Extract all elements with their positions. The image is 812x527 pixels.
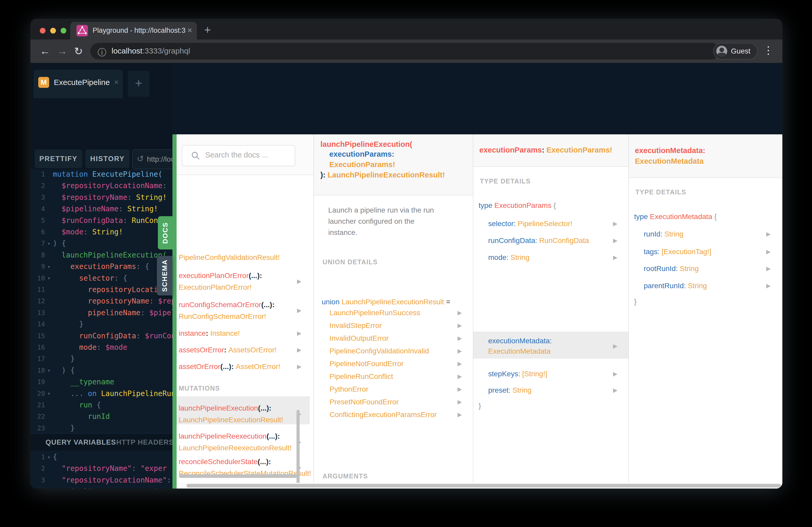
chevron-right-icon[interactable]: ▶ — [613, 385, 618, 396]
chevron-right-icon[interactable]: ▶ — [458, 307, 462, 319]
type-field-item[interactable]: executionMetadata: — [488, 335, 552, 347]
union-member-item[interactable]: InvalidOutputError — [330, 333, 389, 344]
endpoint-input[interactable]: ↺http://loc — [132, 149, 172, 169]
code-line[interactable]: 2 "repositoryName": "exper — [30, 463, 172, 474]
docs-mutation-item-type[interactable]: LaunchPipelineExecutionResult! — [179, 414, 283, 426]
back-icon[interactable]: ← — [40, 45, 50, 57]
code-line[interactable]: 1mutation ExecutePipeline( — [30, 169, 172, 180]
type-field-item[interactable]: preset: String — [488, 385, 532, 396]
chevron-right-icon[interactable]: ▶ — [297, 305, 302, 316]
code-line[interactable]: 16 mode: $mode — [30, 342, 172, 353]
docs-horizontal-scrollbar-thumb[interactable] — [187, 484, 781, 487]
code-line[interactable]: 2 $repositoryLocationName: — [30, 180, 172, 192]
union-member-item[interactable]: InvalidStepError — [330, 320, 382, 331]
code-line[interactable]: 10▾ selector: { — [30, 272, 172, 284]
chevron-right-icon[interactable]: ▶ — [613, 252, 618, 263]
type-field-item[interactable]: tags: [ExecutionTag!] — [644, 246, 711, 257]
code-line[interactable]: 3 "repositoryLocationName": — [30, 474, 172, 486]
union-member-item[interactable]: PipelineConfigValidationInvalid — [330, 345, 429, 357]
code-line[interactable]: 13 pipelineName: $pipelineName — [30, 307, 172, 319]
prettify-button[interactable]: PRETTIFY — [34, 149, 82, 168]
code-line[interactable]: 4 "pipelineName": "metrics — [30, 486, 172, 488]
type-field-item[interactable]: runConfigData: RunConfigData — [488, 235, 589, 246]
union-member-item[interactable]: PresetNotFoundError — [330, 396, 399, 408]
profile-badge[interactable]: Guest — [713, 43, 758, 60]
code-line[interactable]: 1▾{ — [30, 451, 172, 463]
union-member-item[interactable]: LaunchPipelineRunSuccess — [330, 307, 420, 319]
code-line[interactable]: 9▾ executionParams: { — [30, 261, 172, 272]
union-member-item[interactable]: ConflictingExecutionParamsError — [330, 409, 437, 420]
close-playground-tab-icon[interactable]: × — [114, 77, 119, 87]
chevron-right-icon[interactable]: ▶ — [613, 341, 618, 352]
code-line[interactable]: 20▾ ... on LaunchPipelineRunSuccess — [30, 388, 172, 400]
type-field-item[interactable]: parentRunId: String — [644, 280, 707, 291]
code-line[interactable]: 19 __typename — [30, 376, 172, 388]
close-window-button[interactable] — [40, 28, 45, 33]
playground-tab-executepipeline[interactable]: M ExecutePipeline × — [33, 70, 123, 98]
column-scrollbar-vertical[interactable] — [296, 410, 300, 488]
docs-item-type[interactable]: ExecutionPlanOrError! — [179, 282, 251, 293]
docs-side-tab[interactable]: DOCS — [158, 216, 172, 250]
new-playground-tab-button[interactable]: + — [128, 71, 149, 97]
type-field-item[interactable]: selector: PipelineSelector! — [488, 218, 572, 229]
chevron-right-icon[interactable]: ▶ — [297, 276, 302, 287]
chevron-right-icon[interactable]: ▶ — [458, 383, 462, 395]
reload-icon[interactable]: ↻ — [74, 45, 83, 57]
address-bar[interactable]: ⓘ localhost:3333/graphql — [90, 43, 720, 60]
docs-item[interactable]: assetOrError(...): AssetOrError! — [179, 361, 280, 372]
code-line[interactable]: 3 $repositoryName: String! — [30, 192, 172, 203]
code-line[interactable]: 11 repositoryLocationName: $repositoryLo… — [30, 284, 172, 296]
tab-query-variables[interactable]: QUERY VARIABLES — [45, 438, 116, 447]
chevron-right-icon[interactable]: ▶ — [613, 368, 618, 380]
docs-mutation-item-type[interactable]: LaunchPipelineReexecutionResult! — [179, 442, 292, 454]
docs-item[interactable]: instance: Instance! — [179, 328, 240, 339]
chevron-right-icon[interactable]: ▶ — [458, 396, 462, 408]
browser-tab[interactable]: Playground - http://localhost:3 × — [70, 22, 197, 40]
chevron-right-icon[interactable]: ▶ — [766, 246, 771, 257]
code-line[interactable]: 21 run { — [30, 399, 172, 411]
type-field-type[interactable]: ExecutionMetadata — [488, 346, 551, 357]
close-tab-icon[interactable]: × — [187, 26, 192, 35]
endpoint-reload-icon[interactable]: ↺ — [137, 154, 144, 164]
chevron-right-icon[interactable]: ▶ — [613, 235, 618, 246]
docs-horizontal-scrollbar[interactable] — [177, 483, 782, 488]
code-line[interactable]: 22 runId — [30, 410, 172, 422]
history-button[interactable]: HISTORY — [85, 149, 130, 168]
code-line[interactable]: 23 } — [30, 422, 172, 433]
chevron-right-icon[interactable]: ▶ — [458, 320, 462, 331]
tab-http-headers[interactable]: HTTP HEADERS — [116, 438, 172, 447]
code-line[interactable]: 4 $pipelineName: String! — [30, 203, 172, 215]
type-field-item[interactable]: mode: String — [488, 252, 530, 263]
chevron-right-icon[interactable]: ▶ — [297, 344, 302, 356]
query-variables-editor[interactable]: 1▾{2 "repositoryName": "exper3 "reposito… — [30, 451, 172, 488]
type-field-item[interactable]: rootRunId: String — [644, 263, 699, 274]
query-editor[interactable]: 1mutation ExecutePipeline(2 $repositoryL… — [30, 169, 172, 433]
code-line[interactable]: 12 repositoryName: $repositoryName — [30, 295, 172, 307]
chevron-right-icon[interactable]: ▶ — [297, 361, 302, 372]
docs-item[interactable]: executionPlanOrError(...): — [179, 270, 262, 282]
union-member-item[interactable]: PipelineNotFoundError — [330, 358, 404, 370]
docs-mutation-item[interactable]: reconcileSchedulerState(...): — [179, 456, 271, 467]
chevron-right-icon[interactable]: ▶ — [458, 371, 462, 382]
union-member-item[interactable]: PipelineRunConflict — [330, 371, 393, 382]
code-line[interactable]: 7▾) { — [30, 238, 172, 249]
chevron-right-icon[interactable]: ▶ — [766, 280, 771, 291]
chevron-right-icon[interactable]: ▶ — [458, 333, 462, 344]
site-info-icon[interactable]: ⓘ — [98, 46, 106, 59]
code-line[interactable]: 6 $mode: String! — [30, 226, 172, 238]
code-line[interactable]: 17 } — [30, 353, 172, 365]
code-line[interactable]: 5 $runConfigData: RunConfigData! — [30, 215, 172, 226]
schema-side-tab[interactable]: SCHEMA — [157, 256, 172, 296]
forward-icon[interactable]: → — [57, 45, 67, 57]
chevron-right-icon[interactable]: ▶ — [458, 358, 462, 370]
chevron-right-icon[interactable]: ▶ — [297, 328, 302, 339]
docs-mutation-item[interactable]: launchPipelineReexecution(...): — [179, 431, 280, 442]
search-input[interactable]: Search the docs ... — [182, 145, 295, 166]
chevron-right-icon[interactable]: ▶ — [458, 409, 462, 420]
code-line[interactable]: 15 runConfigData: $runConfigData — [30, 330, 172, 342]
docs-mutation-item[interactable]: launchPipelineExecution(...): — [179, 403, 271, 414]
column-scrollbar-horizontal[interactable] — [179, 474, 298, 478]
minimize-window-button[interactable] — [50, 28, 56, 33]
type-field-item[interactable]: runId: String — [644, 228, 683, 240]
browser-menu-icon[interactable]: ⋮ — [763, 44, 773, 56]
